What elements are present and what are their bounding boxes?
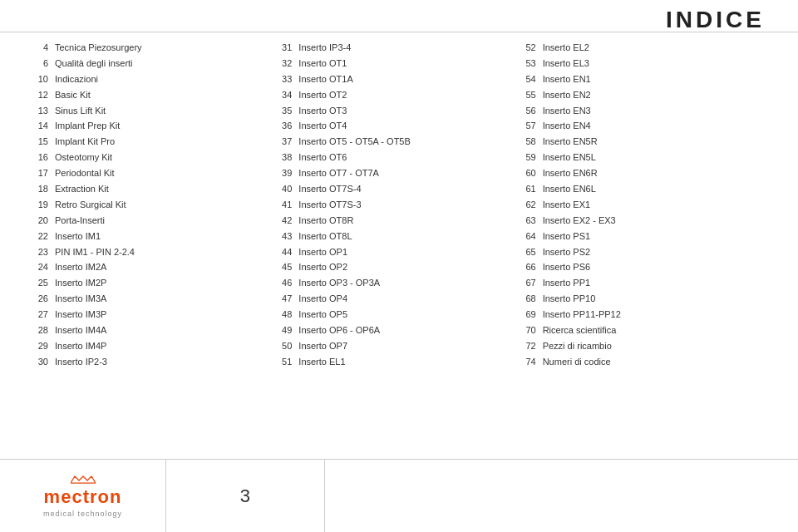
entry-label: Inserto EL3 [543,57,589,70]
entry-number: 16 [33,152,55,162]
entry-label: Inserto IM4P [55,340,106,352]
toc-entry: 36Inserto OT4 [277,120,520,132]
toc-entry: 72Pezzi di ricambio [521,340,765,352]
entry-label: Inserto EN6R [543,167,598,180]
entry-label: Retro Surgical Kit [55,199,126,211]
toc-entry: 24Inserto IM2A [33,261,277,273]
entry-number: 20 [33,215,55,225]
entry-number: 12 [33,90,55,100]
entry-label: Inserto EN4 [543,120,591,132]
entry-number: 68 [521,293,543,303]
entry-label: Inserto OT1A [298,73,352,86]
entry-number: 37 [277,136,298,146]
footer: mectron medical technology 3 [0,459,798,532]
toc-entry: 40Inserto OT7S-4 [277,183,520,195]
toc-entry: 53Inserto EL3 [521,57,765,70]
entry-label: Inserto OT6 [298,151,347,164]
entry-label: Inserto OT3 [298,105,347,117]
toc-entry: 67Inserto PP1 [521,277,765,289]
entry-label: Porta-Inserti [55,214,105,227]
entry-number: 45 [277,262,298,272]
entry-label: Sinus Lift Kit [55,105,106,117]
toc-entry: 30Inserto IP2-3 [33,356,277,368]
toc-entry: 60Inserto EN6R [521,167,765,180]
entry-label: PIN IM1 - PIN 2-2.4 [55,246,135,259]
toc-entry: 23PIN IM1 - PIN 2-2.4 [33,246,277,259]
entry-number: 31 [277,42,298,52]
entry-number: 35 [277,106,298,116]
entry-number: 44 [277,247,298,257]
entry-number: 74 [521,357,543,367]
entry-number: 25 [33,278,55,288]
entry-label: Inserto OT8L [298,230,352,243]
toc-entry: 70Ricerca scientifica [521,324,765,337]
toc-entry: 39Inserto OT7 - OT7A [277,167,520,180]
entry-number: 69 [521,309,543,319]
entry-label: Extraction Kit [55,183,109,195]
toc-entry: 31Inserto IP3-4 [277,42,520,54]
entry-number: 59 [521,152,543,162]
entry-label: Inserto PS6 [543,261,590,273]
entry-label: Inserto OP2 [298,261,347,273]
column-col1: 4Tecnica Piezosurgery6Qualità degli inse… [33,42,277,457]
entry-number: 29 [33,341,55,351]
toc-entry: 4Tecnica Piezosurgery [33,42,277,54]
toc-entry: 56Inserto EN3 [521,105,765,117]
entry-number: 50 [277,341,298,351]
entry-number: 4 [33,42,55,52]
entry-number: 40 [277,184,298,194]
toc-entry: 38Inserto OT6 [277,151,520,164]
entry-number: 62 [521,200,543,209]
entry-number: 33 [277,74,298,84]
entry-number: 34 [277,90,298,100]
entry-number: 38 [277,152,298,162]
entry-label: Indicazioni [55,73,98,86]
entry-label: Inserto EN3 [543,105,591,117]
toc-content: 4Tecnica Piezosurgery6Qualità degli inse… [33,42,765,457]
toc-entry: 17Periodontal Kit [33,167,277,180]
toc-entry: 42Inserto OT8R [277,214,520,227]
toc-entry: 50Inserto OP7 [277,340,520,352]
entry-label: Inserto EN1 [543,73,591,86]
toc-entry: 69Inserto PP11-PP12 [521,308,765,321]
toc-entry: 48Inserto OP5 [277,308,520,321]
toc-entry: 27Inserto IM3P [33,308,277,321]
entry-number: 23 [33,247,55,257]
entry-label: Osteotomy Kit [55,151,112,164]
entry-number: 64 [521,231,543,241]
toc-entry: 68Inserto PP10 [521,293,765,305]
entry-label: Inserto OT7S-4 [298,183,361,195]
entry-number: 65 [521,247,543,257]
entry-number: 66 [521,262,543,272]
entry-label: Tecnica Piezosurgery [55,42,142,54]
entry-number: 6 [33,58,55,68]
entry-number: 30 [33,357,55,367]
entry-number: 15 [33,136,55,146]
toc-entry: 29Inserto IM4P [33,340,277,352]
entry-number: 27 [33,309,55,319]
entry-number: 60 [521,168,543,178]
entry-number: 39 [277,168,298,178]
toc-entry: 49Inserto OP6 - OP6A [277,324,520,337]
toc-entry: 32Inserto OT1 [277,57,520,70]
entry-label: Inserto IM1 [55,230,101,243]
entry-number: 42 [277,215,298,225]
page-title: INDICE [666,7,765,33]
entry-number: 70 [521,325,543,335]
brand-name: mectron [44,486,122,508]
entry-label: Inserto EX2 - EX3 [543,214,616,227]
entry-number: 67 [521,278,543,288]
entry-label: Qualità degli inserti [55,57,133,70]
entry-label: Inserto IM2A [55,261,106,273]
toc-entry: 55Inserto EN2 [521,89,765,101]
entry-number: 56 [521,106,543,116]
toc-entry: 18Extraction Kit [33,183,277,195]
toc-entry: 13Sinus Lift Kit [33,105,277,117]
entry-label: Inserto OT4 [298,120,347,132]
entry-number: 49 [277,325,298,335]
toc-entry: 12Basic Kit [33,89,277,101]
toc-entry: 26Inserto IM3A [33,293,277,305]
entry-label: Inserto PP10 [543,293,596,305]
entry-number: 10 [33,74,55,84]
toc-entry: 6Qualità degli inserti [33,57,277,70]
